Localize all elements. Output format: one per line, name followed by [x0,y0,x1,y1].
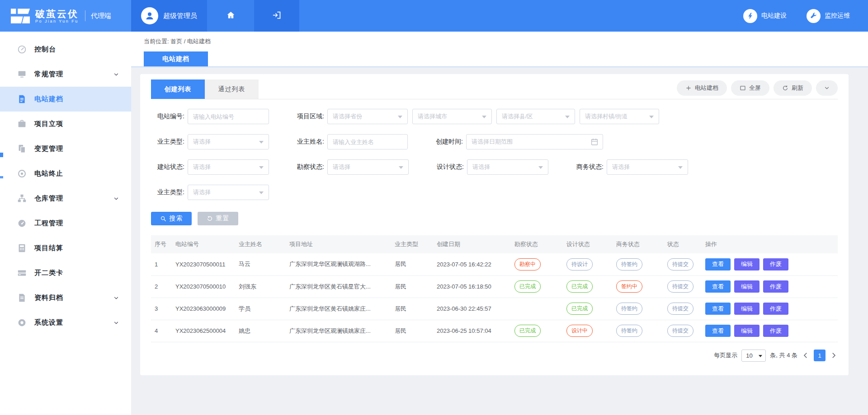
user-menu[interactable]: 超级管理员 [131,0,207,32]
build-status-select[interactable]: 请选择 [188,159,269,175]
sidebar-item-7[interactable]: 工程管理 [0,211,131,236]
status-badge: 已完成 [514,280,541,293]
filter-label: 业主姓名: [291,138,324,146]
column-header: 电站编号 [172,235,235,253]
chevron-down-icon [565,116,570,118]
station-code-input[interactable] [188,109,269,124]
void-button[interactable]: 作废 [763,303,788,315]
view-button[interactable]: 查看 [705,258,731,270]
table-row: 4 YX2023062500004 姚忠 广东深圳龙华区观澜镇姚家庄... 居民… [151,320,838,342]
district-select[interactable]: 请选择县/区 [496,109,575,124]
scrollbar-tick[interactable] [0,153,3,157]
view-button[interactable]: 查看 [705,325,731,337]
nav-monitor-ops[interactable]: 监控运维 [807,9,850,23]
create-station-button[interactable]: 电站建档 [677,80,727,96]
tab-1[interactable]: 通过列表 [205,79,259,99]
status-badge: 待提交 [667,280,693,293]
owner-type2-select[interactable]: 请选择 [188,185,269,200]
edit-button[interactable]: 编辑 [734,258,760,270]
sidebar-item-label: 电站建档 [34,95,119,103]
chevron-down-icon [678,166,683,169]
column-header: 业主姓名 [235,235,286,253]
status-badge: 勘察中 [514,258,541,270]
nav-station-construction[interactable]: 电站建设 [743,9,787,23]
chevron-down-icon [113,196,119,202]
sidebar-item-label: 常规管理 [34,70,113,79]
status-badge: 待提交 [667,325,693,337]
logout-button[interactable] [254,0,299,32]
sidebar-item-11[interactable]: 系统设置 [0,310,131,335]
survey-status-select[interactable]: 请选择 [327,159,409,175]
edit-button[interactable]: 编辑 [734,303,760,315]
sidebar-item-label: 控制台 [34,45,119,54]
per-page-select[interactable]: 10 [741,350,766,362]
logout-icon [272,10,282,21]
sidebar-item-5[interactable]: 电站终止 [0,161,131,186]
column-header: 设计状态 [563,235,613,253]
home-icon [226,10,236,21]
sidebar-item-6[interactable]: 仓库管理 [0,186,131,211]
edit-button[interactable]: 编辑 [734,280,760,293]
status-badge: 待设计 [566,258,593,270]
void-button[interactable]: 作废 [763,325,788,337]
filter-label: 建站状态: [151,163,184,171]
sidebar-item-10[interactable]: 资料归档 [0,285,131,310]
edit-button[interactable]: 编辑 [734,325,760,337]
sidebar-item-2[interactable]: 电站建档 [0,87,131,112]
status-badge: 已完成 [514,325,541,337]
sidebar-item-8[interactable]: 项目结算 [0,236,131,261]
void-button[interactable]: 作废 [763,258,788,270]
sidebar-item-3[interactable]: 项目立项 [0,112,131,136]
town-select[interactable]: 请选择村镇/街道 [580,109,659,124]
business-status-select[interactable]: 请选择 [607,159,688,175]
refresh-icon [782,85,788,91]
sidebar-item-label: 项目结算 [34,244,119,252]
column-header: 状态 [664,235,702,253]
search-button[interactable]: 搜索 [151,212,192,225]
city-select[interactable]: 请选择城市 [412,109,492,124]
create-time-input[interactable]: 请选择日期范围 [466,134,603,149]
per-page-label: 每页显示 [714,351,737,359]
pagination: 每页显示 10 条, 共 4 条 1 [151,350,838,362]
logo-title: 破茧云伏 [35,9,79,19]
user-name: 超级管理员 [163,12,197,20]
owner-name-input[interactable] [327,134,408,149]
fullscreen-button[interactable]: 全屏 [731,80,769,96]
monitor-icon [17,70,27,79]
sidebar-item-4[interactable]: 变更管理 [0,136,131,161]
copy-icon [17,144,27,154]
calculator-icon [17,243,27,253]
chevron-down-icon [538,166,543,169]
refresh-button[interactable]: 刷新 [774,80,812,96]
sidebar-item-9[interactable]: 开二类卡 [0,261,131,285]
next-page-button[interactable] [830,351,838,359]
void-button[interactable]: 作废 [763,280,788,293]
search-icon [160,215,166,222]
card-icon [17,268,27,278]
scrollbar-tick[interactable] [0,176,3,178]
sidebar-item-0[interactable]: 控制台 [0,37,131,62]
home-button[interactable] [207,0,254,32]
tab-0[interactable]: 创建列表 [151,79,205,99]
chevron-down-icon [113,71,119,78]
dashboard-icon [17,45,27,54]
nav-label: 电站建设 [761,12,787,20]
view-button[interactable]: 查看 [705,303,731,315]
province-select[interactable]: 请选择省份 [327,109,408,124]
sidebar-item-1[interactable]: 常规管理 [0,62,131,87]
panel-actions: 电站建档 全屏 刷新 [677,80,838,96]
chevron-down-icon [759,355,762,357]
page-1-button[interactable]: 1 [814,350,826,361]
column-header: 创建日期 [433,235,511,253]
filter-label: 电站编号: [151,112,184,121]
design-status-select[interactable]: 请选择 [467,159,548,175]
filter-label: 商务状态: [570,163,604,171]
page-tab[interactable]: 电站建档 [144,51,208,66]
prev-page-button[interactable] [802,351,810,359]
view-button[interactable]: 查看 [705,280,731,293]
reset-button[interactable]: 重置 [198,212,238,225]
collapse-button[interactable] [816,80,838,96]
column-header: 勘察状态 [511,235,563,253]
owner-type-select[interactable]: 请选择 [188,134,269,149]
chevron-down-icon [113,295,119,301]
